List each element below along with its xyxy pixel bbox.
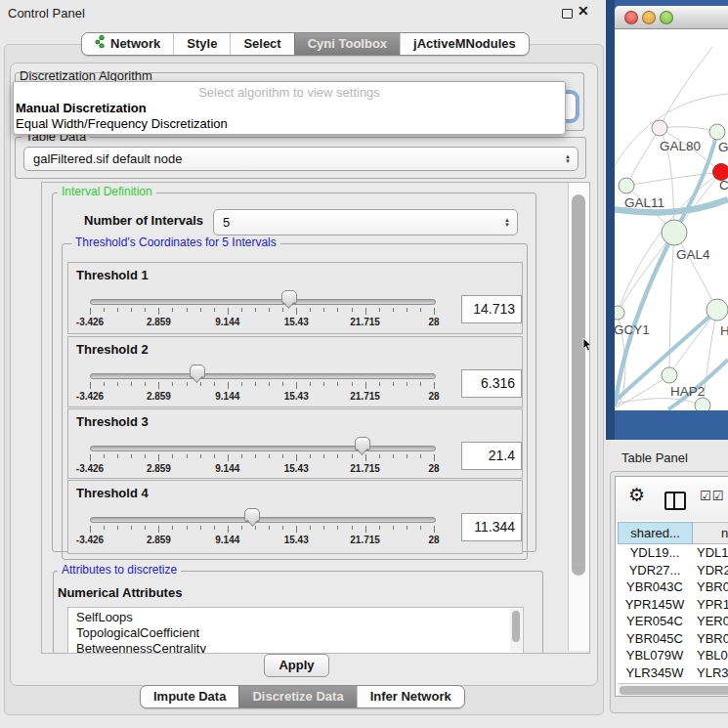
screen: Control Panel ✕ NetworkStyleSelectCyni T…	[0, 0, 728, 728]
threshold-2-slider-thumb[interactable]	[190, 364, 205, 378]
node-h	[707, 299, 728, 321]
threshold-2-label: Threshold 2	[76, 342, 149, 357]
popup-option-manual[interactable]: Manual Discretization	[14, 101, 565, 116]
threshold-3-panel: Threshold 3 -3.4262.8599.14415.4321.7152…	[67, 408, 523, 479]
table-hscrollbar[interactable]	[618, 683, 728, 697]
threshold-4-label: Threshold 4	[76, 486, 149, 500]
tab-cyni-toolbox[interactable]: Cyni Toolbox	[294, 33, 400, 55]
attribute-item[interactable]: BetweennessCentrality	[68, 641, 523, 654]
table-row[interactable]: YLR345WYLR3	[618, 664, 728, 682]
tab-infer-network[interactable]: Infer Network	[357, 686, 464, 707]
top-tab-bar: NetworkStyleSelectCyni ToolboxjActiveMNo…	[81, 32, 530, 56]
node-gcy1	[615, 306, 624, 320]
ruler-labels: -3.4262.8599.14415.4321.71528	[90, 535, 434, 545]
threshold-2-value-field[interactable]: 6.316	[461, 369, 522, 398]
threshold-4-value-field[interactable]: 11.344	[461, 513, 522, 541]
node-top-right	[709, 124, 725, 140]
threshold-1-value-field[interactable]: 14.713	[461, 295, 522, 323]
node-gal4	[662, 220, 687, 245]
close-icon[interactable]: ✕	[578, 3, 589, 19]
tab-style[interactable]: Style	[173, 33, 230, 55]
attribute-item[interactable]: TopologicalCoefficient	[68, 625, 523, 641]
number-of-intervals-value: 5	[214, 215, 504, 230]
table-row[interactable]: YBL079WYBL0	[618, 647, 728, 664]
zoom-traffic-light[interactable]	[660, 11, 673, 24]
interval-definition-title: Interval Definition	[58, 186, 156, 198]
ruler-ticks	[90, 526, 434, 534]
threshold-2-slider-track[interactable]	[90, 373, 436, 379]
panel-title: Control Panel	[8, 6, 85, 21]
threshold-1-slider-thumb[interactable]	[281, 290, 297, 304]
split-columns-icon[interactable]	[664, 492, 686, 510]
table-row[interactable]: YBR043CYBR0	[618, 578, 728, 596]
gear-icon[interactable]: ⚙	[628, 486, 645, 504]
threshold-4-slider-thumb[interactable]	[244, 508, 260, 522]
stepper-icon: ▲▼	[504, 218, 517, 227]
threshold-1-slider-track[interactable]	[90, 299, 436, 305]
numerical-attributes-list[interactable]: SelfLoopsTopologicalCoefficientBetweenne…	[67, 607, 524, 654]
float-window-icon[interactable]	[562, 9, 573, 19]
table-row[interactable]: YPR145WYPR1	[618, 596, 728, 614]
ruler-ticks	[90, 382, 434, 390]
tab-discretize-data[interactable]: Discretize Data	[238, 686, 356, 707]
threshold-3-slider-track[interactable]	[90, 446, 436, 451]
table-panel: ⚙ ☑☑ shared... n YDL19...YDL1YDR27...YDR…	[615, 476, 728, 697]
table-row[interactable]: YBR045CYBR0	[618, 630, 728, 648]
node-label: GAL11	[624, 195, 664, 210]
attribute-item[interactable]: SelfLoops	[68, 608, 523, 625]
attributes-group-title: Attributes to discretize	[58, 564, 181, 577]
threshold-4-slider-track[interactable]	[90, 517, 436, 523]
network-canvas[interactable]: GAL80 GA C GAL11 GAL4 GCY1 H HAP2	[615, 29, 728, 410]
thresholds-group-title: Threshold's Coordinates for 5 Intervals	[71, 236, 280, 249]
column-header-name[interactable]: n	[693, 522, 728, 544]
scrollbar-thumb[interactable]	[572, 194, 585, 576]
close-traffic-light[interactable]	[624, 11, 638, 24]
list-scrollbar[interactable]	[510, 609, 522, 652]
table-panel-title: Table Panel	[621, 450, 688, 465]
node-label: GA	[718, 140, 728, 154]
algorithm-dropdown-popup: Select algorithm to view settings Manual…	[13, 81, 566, 135]
network-window: GAL80 GA C GAL11 GAL4 GCY1 H HAP2	[615, 6, 728, 410]
table-header: shared... n	[618, 522, 728, 544]
stepper-icon: ▲▼	[565, 154, 578, 163]
table-row[interactable]: YDR27...YDR2	[618, 562, 728, 579]
table-data-value: galFiltered.sif default node	[24, 151, 565, 166]
threshold-2-panel: Threshold 2 -3.4262.8599.14415.4321.7152…	[67, 336, 523, 407]
network-icon	[95, 33, 106, 55]
scrollbar-thumb[interactable]	[620, 686, 728, 695]
select-columns-icon[interactable]: ☑☑	[700, 489, 724, 503]
minimize-traffic-light[interactable]	[642, 11, 656, 24]
tab-jactivemnodules[interactable]: jActiveMNodules	[400, 33, 529, 55]
popup-option-equal-width[interactable]: Equal Width/Frequency Discretization	[14, 116, 565, 132]
tab-network[interactable]: Network	[82, 33, 173, 55]
node-label: H	[720, 323, 728, 338]
table-data-combobox[interactable]: galFiltered.sif default node ▲▼	[23, 147, 578, 171]
node-label: GAL80	[660, 139, 701, 153]
apply-button[interactable]: Apply	[264, 654, 329, 677]
tab-select[interactable]: Select	[230, 33, 293, 55]
threshold-4-panel: Threshold 4 -3.4262.8599.14415.4321.7152…	[67, 480, 523, 554]
table-row[interactable]: YER054CYER0	[618, 613, 728, 630]
threshold-3-slider-thumb[interactable]	[355, 437, 370, 450]
mouse-cursor	[582, 338, 593, 353]
numerical-attributes-label: Numerical Attributes	[58, 585, 182, 600]
scrollbar-thumb[interactable]	[512, 611, 520, 642]
tab-impute-data[interactable]: Impute Data	[141, 686, 238, 707]
threshold-3-label: Threshold 3	[76, 414, 149, 429]
node-label: C	[719, 178, 728, 193]
window-titlebar[interactable]	[615, 6, 728, 29]
popup-hint: Select algorithm to view settings	[14, 85, 565, 101]
settings-scrollbar[interactable]	[568, 183, 589, 651]
ruler-labels: -3.4262.8599.14415.4321.71528	[90, 317, 434, 327]
node-gal80	[652, 120, 667, 136]
node-gal11	[619, 178, 634, 193]
number-of-intervals-label: Number of Intervals	[84, 213, 203, 228]
table-toolbar: ⚙ ☑☑	[616, 477, 728, 521]
table-row[interactable]: YDL19...YDL1	[618, 544, 728, 562]
threshold-3-value-field[interactable]: 21.4	[461, 442, 522, 470]
table-rows: YDL19...YDL1YDR27...YDR2YBR043CYBR0YPR14…	[618, 544, 728, 687]
column-header-shared-name[interactable]: shared...	[618, 522, 693, 544]
number-of-intervals-combobox[interactable]: 5 ▲▼	[213, 209, 518, 236]
ruler-labels: -3.4262.8599.14415.4321.71528	[90, 391, 434, 402]
node-label: HAP2	[670, 384, 705, 399]
